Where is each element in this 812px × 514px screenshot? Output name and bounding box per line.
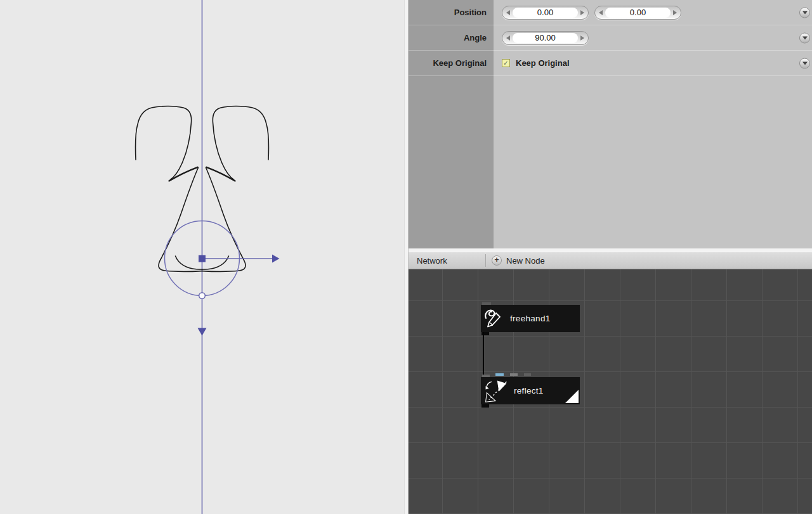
param-panel-empty-area bbox=[409, 76, 812, 248]
angle-value[interactable]: 90.00 bbox=[513, 33, 578, 43]
node-connection-line bbox=[483, 332, 484, 377]
freehand-path-right-mirrored bbox=[202, 106, 269, 272]
param-value-area-filler bbox=[494, 76, 812, 248]
plus-icon: + bbox=[492, 255, 502, 266]
stepper-decrement-icon[interactable] bbox=[506, 10, 510, 15]
canvas-drawing bbox=[0, 0, 404, 514]
transform-rotation-handle[interactable] bbox=[199, 293, 206, 299]
keep-original-parameter-menu-button[interactable] bbox=[799, 58, 810, 68]
chevron-down-icon bbox=[802, 11, 808, 14]
reflect-cone-icon bbox=[484, 378, 508, 404]
param-row-angle: Angle 90.00 bbox=[409, 25, 812, 51]
transform-y-arrow-handle[interactable] bbox=[198, 328, 207, 336]
stepper-increment-icon[interactable] bbox=[580, 35, 584, 41]
param-value-angle: 90.00 bbox=[494, 25, 812, 51]
new-node-button[interactable]: + New Node bbox=[486, 255, 545, 266]
node-label: reflect1 bbox=[514, 386, 544, 395]
param-label-keep-original: Keep Original bbox=[409, 51, 494, 76]
reflect-input-port-angle[interactable] bbox=[524, 373, 531, 376]
position-x-stepper[interactable]: 0.00 bbox=[502, 6, 589, 20]
canvas-viewer[interactable] bbox=[0, 0, 404, 514]
angle-parameter-menu-button[interactable] bbox=[799, 32, 810, 43]
stepper-decrement-icon[interactable] bbox=[599, 10, 603, 15]
position-x-value[interactable]: 0.00 bbox=[513, 8, 578, 18]
transform-center-handle[interactable] bbox=[199, 255, 206, 262]
node-reflect1[interactable]: reflect1 bbox=[481, 377, 580, 404]
position-parameter-menu-button[interactable] bbox=[799, 7, 810, 18]
freehand-path-left bbox=[136, 106, 202, 272]
angle-stepper[interactable]: 90.00 bbox=[502, 31, 589, 45]
keep-original-checkbox-label: Keep Original bbox=[516, 58, 570, 68]
param-row-keep-original: Keep Original ✓ Keep Original bbox=[409, 51, 812, 76]
network-pane-header: Network + New Node bbox=[409, 252, 812, 269]
param-label-position: Position bbox=[409, 0, 494, 25]
position-y-value[interactable]: 0.00 bbox=[605, 8, 671, 18]
transform-x-arrow-handle[interactable] bbox=[272, 255, 280, 263]
param-row-position: Position 0.00 0.00 bbox=[409, 0, 812, 25]
rendered-node-flag-icon[interactable] bbox=[565, 390, 579, 403]
node-freehand1[interactable]: freehand1 bbox=[481, 305, 580, 332]
reflect-input-port-position[interactable] bbox=[510, 373, 518, 376]
parameter-panel: Position 0.00 0.00 Angle bbox=[409, 0, 812, 248]
network-pane-title: Network bbox=[409, 256, 485, 266]
param-label-angle: Angle bbox=[409, 25, 494, 51]
stepper-decrement-icon[interactable] bbox=[506, 35, 510, 41]
chevron-down-icon bbox=[802, 61, 808, 65]
nodebox-window: Position 0.00 0.00 Angle bbox=[0, 0, 812, 514]
position-y-stepper[interactable]: 0.00 bbox=[594, 6, 681, 20]
stepper-increment-icon[interactable] bbox=[673, 10, 677, 15]
network-editor-view[interactable]: freehand1 reflect1 bbox=[409, 269, 812, 514]
param-value-position: 0.00 0.00 bbox=[494, 0, 812, 25]
reflect-input-port-shape[interactable] bbox=[495, 373, 504, 376]
stepper-increment-icon[interactable] bbox=[580, 10, 584, 15]
chevron-down-icon bbox=[802, 36, 808, 39]
reflect-output-port-tab[interactable] bbox=[481, 404, 489, 408]
keep-original-checkbox[interactable]: ✓ bbox=[502, 59, 510, 67]
param-value-keep-original: ✓ Keep Original bbox=[494, 51, 812, 76]
freehand-pen-icon bbox=[484, 308, 504, 330]
vertical-pane-splitter[interactable] bbox=[404, 0, 409, 514]
node-label: freehand1 bbox=[510, 314, 551, 323]
param-label-column-filler bbox=[409, 76, 494, 248]
new-node-button-label: New Node bbox=[506, 256, 545, 266]
